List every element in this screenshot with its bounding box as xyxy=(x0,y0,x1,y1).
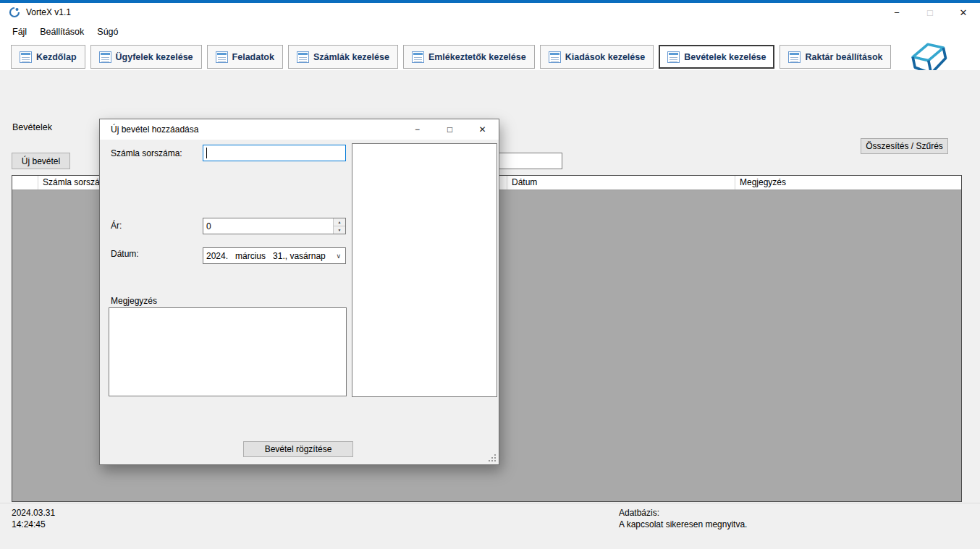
date-picker[interactable]: 2024. március 31., vasárnap ∨ xyxy=(203,247,346,264)
window-title: VorteX v1.1 xyxy=(26,7,71,17)
toolbar-button-kiadasok[interactable]: Kiadások kezelése xyxy=(540,45,654,69)
spin-down-button[interactable]: ▼ xyxy=(334,226,345,234)
reminders-icon xyxy=(412,51,424,63)
minimize-button[interactable]: − xyxy=(880,3,913,22)
toolbar-button-label: Kiadások kezelése xyxy=(565,52,646,62)
minimize-icon: − xyxy=(894,7,900,18)
maximize-button[interactable]: □ xyxy=(913,3,947,22)
dialog-minimize-button[interactable]: − xyxy=(401,119,434,140)
section-title: Bevételek xyxy=(12,122,52,132)
spin-up-button[interactable]: ▲ xyxy=(334,218,345,226)
close-icon: ✕ xyxy=(478,124,486,135)
maximize-icon: □ xyxy=(447,124,452,135)
toolbar-button-label: Feladatok xyxy=(232,52,274,62)
home-icon xyxy=(20,51,32,63)
invoice-number-label: Számla sorszáma: xyxy=(111,148,182,158)
toolbar-button-label: Számlák kezelése xyxy=(313,52,389,62)
menu-item-beallitasok[interactable]: Beállítások xyxy=(33,23,90,41)
toolbar-button-kezdolap[interactable]: Kezdőlap xyxy=(11,45,85,69)
note-label: Megjegyzés xyxy=(111,296,157,306)
dialog-title: Új bevétel hozzáadása xyxy=(111,124,198,135)
titlebar: VorteX v1.1 − □ ✕ xyxy=(0,3,980,22)
dialog-controls: − □ ✕ xyxy=(401,119,499,140)
toolbar-button-raktar[interactable]: Raktár beállítások xyxy=(780,45,891,69)
database-status: A kapcsolat sikeresen megnyitva. xyxy=(619,519,747,529)
spin-up-icon: ▲ xyxy=(338,220,342,224)
expenses-icon xyxy=(549,51,561,63)
toolbar-button-bevetelek[interactable]: Bevételek kezelése xyxy=(659,45,774,69)
status-time: 14:24:45 xyxy=(12,519,46,529)
toolbar-button-emlekeztetok[interactable]: Emlékeztetők kezelése xyxy=(403,45,535,69)
table-header-date[interactable]: Dátum xyxy=(507,176,735,190)
new-revenue-button[interactable]: Új bevétel xyxy=(12,153,70,169)
dialog-maximize-button[interactable]: □ xyxy=(434,119,466,140)
new-revenue-dialog: Új bevétel hozzáadása − □ ✕ Számla sorsz… xyxy=(99,119,499,465)
resize-grip-icon[interactable] xyxy=(488,454,497,462)
close-icon: ✕ xyxy=(960,7,968,18)
spin-down-icon: ▼ xyxy=(338,228,342,232)
summary-filter-button[interactable]: Összesítés / Szűrés xyxy=(861,138,948,154)
table-header-selector[interactable] xyxy=(12,176,38,190)
date-label: Dátum: xyxy=(111,249,139,259)
toolbar-button-feladatok[interactable]: Feladatok xyxy=(207,45,283,69)
note-textarea[interactable] xyxy=(109,307,347,396)
price-input[interactable] xyxy=(203,218,333,234)
price-label: Ár: xyxy=(111,221,122,231)
tasks-icon xyxy=(216,51,228,63)
submit-revenue-button[interactable]: Bevétel rögzítése xyxy=(243,441,353,457)
text-caret xyxy=(206,148,207,158)
statusbar: 2024.03.31 14:24:45 Adatbázis: A kapcsol… xyxy=(0,503,980,549)
dialog-titlebar: Új bevétel hozzáadása − □ ✕ xyxy=(100,119,499,140)
dialog-close-button[interactable]: ✕ xyxy=(466,119,499,140)
revenues-icon xyxy=(667,51,680,63)
toolbar-button-label: Bevételek kezelése xyxy=(684,52,766,62)
table-header-note[interactable]: Megjegyzés xyxy=(735,176,961,190)
toolbar-button-label: Raktár beállítások xyxy=(805,52,882,62)
maximize-icon: □ xyxy=(927,7,933,18)
window-controls: − □ ✕ xyxy=(880,3,980,22)
toolbar-button-label: Ügyfelek kezelése xyxy=(116,52,193,62)
clients-icon xyxy=(99,51,111,63)
warehouse-icon xyxy=(788,51,801,63)
spinner-buttons: ▲ ▼ xyxy=(333,218,345,234)
app-window: VorteX v1.1 − □ ✕ Fájl Beállítások Súgó … xyxy=(0,0,980,549)
menu-item-sugo[interactable]: Súgó xyxy=(90,23,124,41)
minimize-icon: − xyxy=(415,124,420,135)
toolbar-button-ugyfelek[interactable]: Ügyfelek kezelése xyxy=(90,45,202,69)
price-spinner: ▲ ▼ xyxy=(203,218,346,234)
toolbar-button-label: Emlékeztetők kezelése xyxy=(428,52,526,62)
menubar: Fájl Beállítások Súgó xyxy=(0,22,980,41)
invoice-listbox[interactable] xyxy=(352,143,497,397)
close-button[interactable]: ✕ xyxy=(947,3,980,22)
database-label: Adatbázis: xyxy=(619,508,659,518)
menu-item-fajl[interactable]: Fájl xyxy=(6,23,33,41)
date-picker-value: 2024. március 31., vasárnap xyxy=(206,251,336,261)
status-date: 2024.03.31 xyxy=(12,508,55,518)
app-icon xyxy=(9,7,20,18)
chevron-down-icon: ∨ xyxy=(336,252,341,260)
toolbar: Kezdőlap Ügyfelek kezelése Feladatok Szá… xyxy=(11,45,891,69)
invoices-icon xyxy=(297,51,309,63)
toolbar-button-label: Kezdőlap xyxy=(36,52,77,62)
invoice-number-input[interactable] xyxy=(203,145,346,161)
toolbar-button-szamlak[interactable]: Számlák kezelése xyxy=(288,45,398,69)
